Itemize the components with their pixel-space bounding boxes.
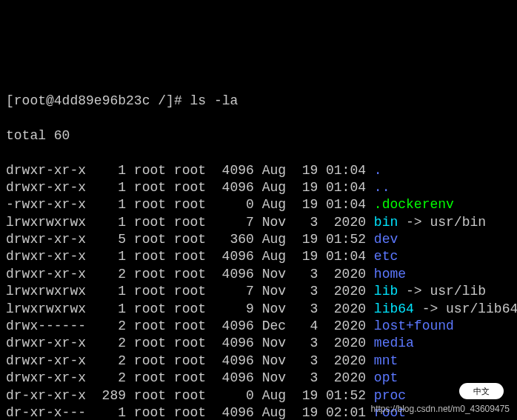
owner: root: [134, 266, 174, 283]
month: Nov: [262, 370, 294, 387]
day: 19: [294, 231, 318, 248]
group: root: [174, 179, 214, 196]
time: 2020: [318, 335, 366, 352]
size: 4096: [214, 162, 254, 179]
time: 01:04: [318, 196, 366, 213]
time: 02:01: [318, 404, 366, 420]
month: Nov: [262, 335, 294, 352]
day: 19: [294, 179, 318, 196]
owner: root: [134, 318, 174, 335]
owner: root: [134, 301, 174, 318]
terminal-output[interactable]: [root@4dd89e96b23c /]# ls -la total 60 d…: [6, 76, 511, 420]
links: 1: [94, 301, 126, 318]
file-listing: drwxr-xr-x1 rootroot4096 Aug1901:04.drwx…: [6, 162, 511, 420]
file-name: lost+found: [366, 319, 454, 333]
list-item: lrwxrwxrwx1 rootroot7 Nov32020bin -> usr…: [6, 214, 511, 231]
size: 4096: [214, 248, 254, 265]
time: 2020: [318, 266, 366, 283]
links: 2: [94, 370, 126, 387]
symlink-target: usr/lib: [430, 284, 486, 299]
day: 3: [294, 214, 318, 231]
owner: root: [134, 179, 174, 196]
perm: lrwxrwxrwx: [6, 283, 94, 300]
size: 4096: [214, 318, 254, 335]
list-item: lrwxrwxrwx1 rootroot9 Nov32020lib64 -> u…: [6, 301, 511, 318]
links: 1: [94, 404, 126, 420]
owner: root: [134, 283, 174, 300]
total-line: total 60: [6, 127, 511, 144]
size: 4096: [214, 266, 254, 283]
list-item: drwxr-xr-x1 rootroot4096 Aug1901:04.: [6, 162, 511, 179]
group: root: [174, 370, 214, 387]
links: 2: [94, 353, 126, 370]
links: 1: [94, 248, 126, 265]
day: 3: [294, 283, 318, 300]
group: root: [174, 318, 214, 335]
file-name: ..: [366, 180, 390, 195]
group: root: [174, 248, 214, 265]
list-item: drwxr-xr-x2 rootroot4096 Nov32020mnt: [6, 353, 511, 370]
badge-label: 中文: [459, 383, 504, 399]
list-item: drwxr-xr-x2 rootroot4096 Nov32020opt: [6, 370, 511, 387]
day: 4: [294, 318, 318, 335]
owner: root: [134, 248, 174, 265]
day: 3: [294, 266, 318, 283]
day: 19: [294, 404, 318, 420]
list-item: -rwxr-xr-x1 rootroot0 Aug1901:04.dockere…: [6, 196, 511, 213]
links: 1: [94, 214, 126, 231]
file-name: proc: [366, 388, 406, 403]
symlink-arrow-icon: ->: [414, 301, 446, 316]
file-name: opt: [366, 370, 398, 385]
links: 1: [94, 162, 126, 179]
time: 2020: [318, 301, 366, 318]
links: 1: [94, 196, 126, 213]
owner: root: [134, 214, 174, 231]
day: 3: [294, 335, 318, 352]
perm: lrwxrwxrwx: [6, 214, 94, 231]
owner: root: [134, 353, 174, 370]
group: root: [174, 196, 214, 213]
group: root: [174, 353, 214, 370]
perm: drwxr-xr-x: [6, 370, 94, 387]
day: 19: [294, 196, 318, 213]
time: 01:52: [318, 231, 366, 248]
month: Aug: [262, 179, 294, 196]
perm: drwxr-xr-x: [6, 353, 94, 370]
size: 4096: [214, 353, 254, 370]
file-name: home: [366, 267, 406, 281]
perm: drwxr-xr-x: [6, 248, 94, 265]
month: Aug: [262, 196, 294, 213]
symlink-target: usr/bin: [430, 215, 486, 230]
symlink-arrow-icon: ->: [398, 284, 430, 299]
time: 01:04: [318, 248, 366, 265]
prompt-open: [: [6, 93, 14, 108]
month: Aug: [262, 404, 294, 420]
group: root: [174, 231, 214, 248]
group: root: [174, 283, 214, 300]
group: root: [174, 214, 214, 231]
month: Aug: [262, 231, 294, 248]
size: 4096: [214, 404, 254, 420]
file-name: dev: [366, 232, 398, 247]
perm: -rwxr-xr-x: [6, 196, 94, 213]
size: 4096: [214, 370, 254, 387]
group: root: [174, 266, 214, 283]
perm: drwxr-xr-x: [6, 266, 94, 283]
owner: root: [134, 370, 174, 387]
links: 2: [94, 335, 126, 352]
list-item: drwxr-xr-x2 rootroot4096 Nov32020media: [6, 335, 511, 352]
day: 19: [294, 387, 318, 404]
day: 3: [294, 353, 318, 370]
size: 7: [214, 214, 254, 231]
links: 289: [94, 387, 126, 404]
file-name: lib64: [366, 301, 414, 316]
links: 1: [94, 283, 126, 300]
group: root: [174, 404, 214, 420]
links: 1: [94, 179, 126, 196]
links: 2: [94, 266, 126, 283]
list-item: drwxr-xr-x1 rootroot4096 Aug1901:04..: [6, 179, 511, 196]
size: 0: [214, 387, 254, 404]
list-item: drwxr-xr-x1 rootroot4096 Aug1901:04etc: [6, 248, 511, 265]
owner: root: [134, 387, 174, 404]
perm: dr-xr-x---: [6, 404, 94, 420]
